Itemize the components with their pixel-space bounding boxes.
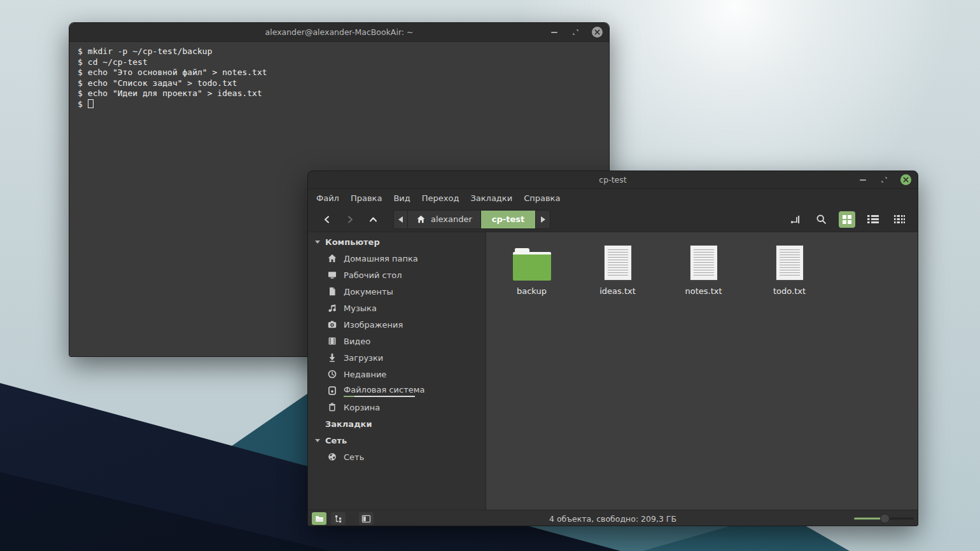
- sidebar-item-pictures[interactable]: Изображения: [308, 316, 486, 333]
- file-name: todo.txt: [773, 286, 806, 296]
- forward-button[interactable]: [339, 210, 361, 229]
- terminal-line: $echo "Список задач" > todo.txt: [78, 78, 601, 89]
- file-name: ideas.txt: [599, 286, 636, 296]
- sidebar-section-computer[interactable]: Компьютер: [308, 234, 486, 250]
- desktop-icon: [327, 270, 337, 280]
- menu-help[interactable]: Справка: [518, 191, 566, 206]
- sidebar-item-home[interactable]: Домашняя папка: [308, 250, 486, 267]
- compact-view-button[interactable]: [891, 211, 907, 228]
- expander-icon: [314, 239, 321, 245]
- disk-usage-fill: [344, 396, 354, 397]
- icon-view-button[interactable]: [839, 211, 855, 228]
- sidebar-section-bookmarks[interactable]: Закладки: [308, 415, 486, 432]
- terminal-command: echo "Идеи для проекта" > ideas.txt: [88, 88, 262, 98]
- documents-icon: [327, 286, 337, 296]
- close-icon: [594, 29, 600, 35]
- terminal-command: echo "Это основной файл" > notes.txt: [88, 67, 267, 77]
- restore-icon: [881, 176, 888, 183]
- camera-icon: [327, 319, 337, 330]
- chevron-right-icon: [345, 214, 355, 225]
- disk-usage-bar: [344, 396, 415, 397]
- file-view[interactable]: backup ideas.txt notes.txt todo.txt: [486, 232, 918, 510]
- menu-edit[interactable]: Правка: [345, 191, 388, 206]
- up-button[interactable]: [361, 210, 384, 229]
- home-icon: [327, 253, 337, 263]
- sidebar-item-recent[interactable]: Недавние: [308, 366, 486, 382]
- terminal-cursor[interactable]: [88, 99, 94, 108]
- expander-icon: [314, 437, 321, 443]
- sidebar-item-desktop[interactable]: Рабочий стол: [308, 267, 486, 283]
- file-manager-title: cp-test: [308, 175, 918, 185]
- zoom-slider-handle[interactable]: [880, 514, 890, 524]
- menu-file[interactable]: Файл: [311, 191, 345, 206]
- restore-icon: [572, 29, 579, 36]
- close-button[interactable]: [900, 174, 911, 185]
- menu-go[interactable]: Переход: [416, 191, 465, 206]
- menu-bookmarks[interactable]: Закладки: [465, 191, 518, 206]
- menubar: Файл Правка Вид Переход Закладки Справка: [308, 189, 918, 207]
- text-file-icon: [604, 245, 632, 281]
- minimize-button[interactable]: [549, 27, 559, 38]
- zoom-slider[interactable]: [854, 518, 914, 520]
- file-item-notes[interactable]: notes.txt: [661, 241, 746, 296]
- back-button[interactable]: [316, 210, 339, 229]
- terminal-line: $cd ~/cp-test: [78, 57, 601, 68]
- show-places-button[interactable]: [312, 512, 326, 525]
- search-button[interactable]: [813, 211, 829, 228]
- terminal-prompt-line: $: [78, 99, 601, 110]
- minimize-button[interactable]: [857, 174, 868, 185]
- file-item-ideas[interactable]: ideas.txt: [575, 241, 661, 296]
- terminal-command: mkdir -p ~/cp-test/backup: [88, 46, 213, 56]
- file-name: backup: [517, 286, 547, 296]
- sidebar-item-music[interactable]: Музыка: [308, 300, 486, 316]
- sidebar-item-downloads[interactable]: Загрузки: [308, 349, 486, 366]
- toggle-sidebar-button[interactable]: [359, 512, 374, 525]
- menu-view[interactable]: Вид: [388, 191, 416, 206]
- sidebar: Компьютер Домашняя папка Рабочий стол: [308, 232, 486, 510]
- path-scroll-right-button[interactable]: [536, 211, 550, 228]
- file-manager-titlebar[interactable]: cp-test: [308, 171, 918, 189]
- restore-button[interactable]: [879, 174, 890, 185]
- terminal-line: $echo "Это основной файл" > notes.txt: [78, 67, 601, 78]
- compact-view-icon: [894, 215, 905, 223]
- home-icon: [416, 214, 426, 224]
- desktop-wallpaper: alexander@alexander-MacBookAir: ~ $mkdir…: [0, 0, 980, 551]
- text-file-icon: [690, 245, 718, 281]
- chevron-up-icon: [368, 214, 379, 225]
- terminal-command: cd ~/cp-test: [88, 57, 148, 67]
- toggle-location-entry-button[interactable]: [787, 211, 803, 228]
- places-folder-icon: [315, 515, 324, 523]
- path-current-button[interactable]: cp-test: [481, 211, 536, 228]
- grid-view-icon: [843, 215, 851, 224]
- status-summary: 4 объекта, свободно: 209,3 ГБ: [549, 514, 676, 524]
- sidebar-section-network[interactable]: Сеть: [308, 432, 486, 449]
- search-icon: [816, 214, 827, 225]
- statusbar: 4 объекта, свободно: 209,3 ГБ: [308, 510, 918, 526]
- sidebar-item-trash[interactable]: Корзина: [308, 399, 486, 415]
- file-manager-window[interactable]: cp-test Файл Правка Вид Переход: [307, 171, 918, 526]
- sidebar-item-network[interactable]: Сеть: [308, 449, 486, 465]
- sidebar-item-documents[interactable]: Документы: [308, 283, 486, 300]
- file-item-backup[interactable]: backup: [489, 241, 575, 296]
- globe-icon: [327, 452, 337, 462]
- chevron-left-icon: [322, 214, 332, 225]
- restore-button[interactable]: [570, 27, 581, 38]
- path-current-label: cp-test: [492, 214, 524, 224]
- toolbar: alexander cp-test: [308, 207, 918, 232]
- close-button[interactable]: [592, 27, 603, 38]
- sidebar-item-video[interactable]: Видео: [308, 333, 486, 349]
- terminal-titlebar[interactable]: alexander@alexander-MacBookAir: ~: [69, 23, 609, 42]
- file-item-todo[interactable]: todo.txt: [746, 241, 832, 296]
- breadcrumb: alexander cp-test: [393, 210, 550, 229]
- list-view-button[interactable]: [865, 211, 881, 228]
- clock-icon: [327, 369, 337, 379]
- download-arrow-icon: [327, 352, 337, 363]
- sidebar-item-filesystem[interactable]: Файловая система: [308, 382, 486, 399]
- drive-icon: [327, 386, 337, 396]
- terminal-title: alexander@alexander-MacBookAir: ~: [69, 27, 609, 37]
- file-name: notes.txt: [685, 286, 722, 296]
- path-home-button[interactable]: alexander: [408, 211, 481, 228]
- path-scroll-left-button[interactable]: [394, 211, 408, 228]
- show-treeview-button[interactable]: [331, 512, 346, 525]
- list-view-icon: [867, 215, 879, 223]
